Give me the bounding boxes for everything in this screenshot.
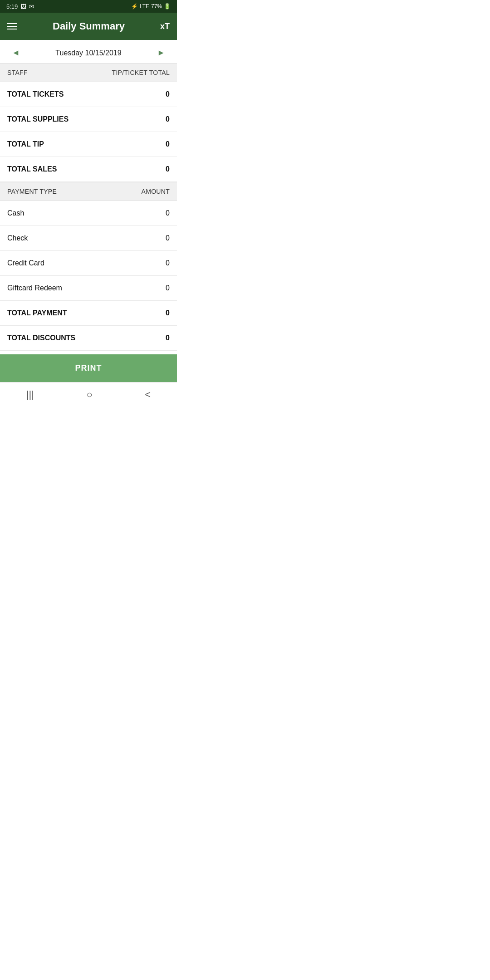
gallery-icon: 🖼: [20, 3, 26, 10]
xt-button[interactable]: xT: [160, 22, 170, 31]
status-right: ⚡ LTE 77% 🔋: [131, 3, 171, 10]
row-value: 0: [166, 259, 170, 267]
payment-rows: Cash 0 Check 0 Credit Card 0 Giftcard Re…: [0, 201, 177, 351]
battery-text: 77%: [151, 3, 162, 10]
next-date-button[interactable]: ►: [152, 46, 170, 59]
row-label: Check: [7, 234, 28, 242]
prev-date-button[interactable]: ◄: [7, 46, 24, 59]
home-icon[interactable]: ○: [87, 389, 93, 401]
amount-label: AMOUNT: [142, 188, 170, 195]
status-left: 5:19 🖼 ✉: [6, 3, 34, 10]
row-value: 0: [166, 115, 170, 123]
row-value: 0: [166, 165, 170, 173]
row-value: 0: [166, 334, 170, 342]
back-icon[interactable]: <: [145, 389, 151, 401]
status-time: 5:19: [6, 3, 18, 10]
menu-button[interactable]: [7, 23, 17, 29]
payment-row: Check 0: [0, 226, 177, 251]
staff-label: STAFF: [7, 69, 28, 76]
bottom-nav: ||| ○ <: [0, 382, 177, 407]
current-date: Tuesday 10/15/2019: [55, 49, 121, 57]
payment-row: Cash 0: [0, 201, 177, 226]
page-title: Daily Summary: [53, 20, 125, 32]
payment-row: Giftcard Redeem 0: [0, 276, 177, 301]
row-label: Cash: [7, 209, 24, 217]
row-label: Credit Card: [7, 259, 44, 267]
tip-ticket-label: TIP/TICKET TOTAL: [112, 69, 170, 76]
payment-section-header: PAYMENT TYPE AMOUNT: [0, 182, 177, 201]
payment-type-label: PAYMENT TYPE: [7, 188, 57, 195]
summary-row: TOTAL TICKETS 0: [0, 82, 177, 107]
mail-icon: ✉: [29, 3, 34, 10]
payment-row: TOTAL DISCOUNTS 0: [0, 326, 177, 351]
staff-section-header: STAFF TIP/TICKET TOTAL: [0, 63, 177, 82]
row-value: 0: [166, 284, 170, 292]
row-value: 0: [166, 209, 170, 217]
row-label: TOTAL SUPPLIES: [7, 115, 69, 123]
row-label: Giftcard Redeem: [7, 284, 62, 292]
row-label: TOTAL TICKETS: [7, 90, 64, 98]
bluetooth-icon: ⚡: [131, 3, 138, 10]
row-label: TOTAL PAYMENT: [7, 309, 67, 317]
payment-row: Credit Card 0: [0, 251, 177, 276]
summary-row: TOTAL SALES 0: [0, 157, 177, 182]
status-bar: 5:19 🖼 ✉ ⚡ LTE 77% 🔋: [0, 0, 177, 13]
recent-apps-icon[interactable]: |||: [26, 389, 34, 401]
signal-icon: LTE: [140, 3, 149, 10]
payment-row: TOTAL PAYMENT 0: [0, 301, 177, 326]
summary-rows: TOTAL TICKETS 0 TOTAL SUPPLIES 0 TOTAL T…: [0, 82, 177, 182]
print-button[interactable]: PRINT: [0, 354, 177, 382]
row-value: 0: [166, 309, 170, 317]
app-header: Daily Summary xT: [0, 13, 177, 40]
summary-row: TOTAL SUPPLIES 0: [0, 107, 177, 132]
battery-icon: 🔋: [164, 3, 171, 10]
date-navigation: ◄ Tuesday 10/15/2019 ►: [0, 40, 177, 63]
row-value: 0: [166, 140, 170, 148]
row-label: TOTAL SALES: [7, 165, 57, 173]
row-value: 0: [166, 90, 170, 98]
row-label: TOTAL DISCOUNTS: [7, 334, 75, 342]
row-value: 0: [166, 234, 170, 242]
summary-row: TOTAL TIP 0: [0, 132, 177, 157]
row-label: TOTAL TIP: [7, 140, 44, 148]
